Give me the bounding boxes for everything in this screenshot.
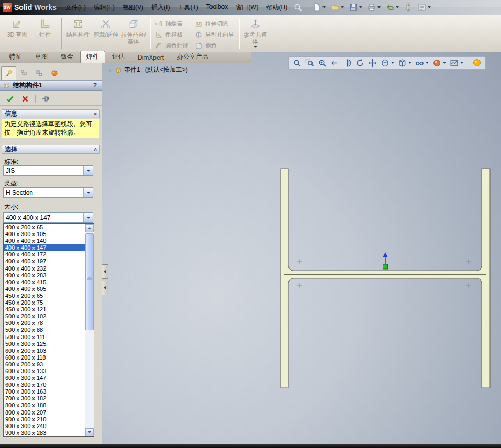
fillet-bead-button[interactable]: 圆角焊缝: [153, 42, 190, 50]
size-option[interactable]: 600 x 300 x 147: [4, 375, 85, 382]
size-option[interactable]: 450 x 200 x 65: [4, 293, 85, 299]
chamfer-button[interactable]: 倒角: [193, 42, 236, 50]
chevron-down-icon[interactable]: [426, 62, 429, 64]
tab-features[interactable]: 特征: [3, 51, 28, 63]
sketch3d-button[interactable]: 3D 草图: [4, 16, 30, 51]
size-option[interactable]: 600 x 200 x 103: [4, 348, 85, 354]
display-style-button[interactable]: [397, 58, 413, 68]
chevron-down-icon[interactable]: [377, 6, 381, 8]
menu-tools[interactable]: 工具(T): [174, 2, 202, 14]
chevron-down-icon[interactable]: [254, 46, 257, 48]
propertymanager-tab[interactable]: [1, 66, 16, 80]
tab-sheet-metal[interactable]: 钣金: [54, 51, 80, 63]
tree-expand-button[interactable]: +: [108, 66, 113, 74]
collapse-chevron-icon[interactable]: «: [92, 148, 98, 151]
size-option[interactable]: 800 x 300 x 207: [4, 409, 85, 416]
h-beam-profile-face[interactable]: [281, 169, 490, 388]
open-document-button[interactable]: [329, 2, 346, 13]
hide-show-items-button[interactable]: [414, 58, 430, 68]
print-button[interactable]: [366, 2, 382, 13]
help-button[interactable]: ?: [91, 82, 99, 89]
options-button[interactable]: [416, 2, 432, 13]
collapse-panel-button[interactable]: [102, 264, 108, 279]
part-name[interactable]: 零件1: [124, 65, 140, 74]
menu-help[interactable]: 帮助(H): [262, 2, 291, 14]
size-option[interactable]: 600 x 300 x 170: [4, 382, 85, 388]
chevron-down-icon[interactable]: [359, 6, 362, 8]
size-option[interactable]: 600 x 300 x 133: [4, 368, 85, 375]
sketch-h-beam-profile[interactable]: [102, 52, 501, 444]
cancel-button[interactable]: [20, 94, 30, 104]
featuremanager-tab[interactable]: [16, 66, 31, 80]
chevron-down-icon[interactable]: [428, 6, 431, 8]
menu-edit[interactable]: 编辑(E): [90, 2, 118, 14]
hole-wizard-button[interactable]: 异型孔向导: [193, 31, 236, 39]
collapse-panel-button[interactable]: [102, 281, 108, 295]
view-settings-button[interactable]: [471, 58, 483, 68]
tab-evaluate[interactable]: 评估: [106, 51, 131, 63]
chevron-down-icon[interactable]: [408, 62, 411, 64]
size-option[interactable]: 450 x 300 x 121: [4, 306, 85, 313]
weldment-button[interactable]: 焊件: [32, 16, 58, 51]
chevron-down-icon[interactable]: [341, 6, 344, 8]
size-option[interactable]: 450 x 200 x 75: [4, 299, 85, 306]
tab-sketch[interactable]: 草图: [29, 51, 54, 63]
dropdown-arrow-button[interactable]: [83, 188, 93, 197]
extrude-boss-button[interactable]: 拉伸凸台/基体: [120, 16, 147, 51]
chevron-down-icon[interactable]: [391, 62, 394, 64]
gusset-button[interactable]: 角撑板: [153, 31, 190, 39]
structural-member-button[interactable]: 结构构件: [65, 16, 91, 51]
collapse-chevron-icon[interactable]: «: [92, 112, 98, 115]
rotate-view-button[interactable]: [354, 58, 365, 68]
configurationmanager-tab[interactable]: [31, 66, 47, 80]
size-option[interactable]: 500 x 200 x 78: [4, 320, 85, 327]
reference-geometry-button[interactable]: 参考几何体: [242, 16, 269, 51]
dropdown-arrow-button[interactable]: [83, 213, 93, 222]
size-option[interactable]: 400 x 400 x 283: [4, 272, 85, 279]
size-option[interactable]: 500 x 300 x 125: [4, 341, 85, 348]
size-option[interactable]: 400 x 400 x 147: [4, 244, 85, 251]
size-option[interactable]: 700 x 300 x 163: [4, 388, 85, 395]
message-group-header[interactable]: 信息 «: [2, 109, 100, 118]
appearances-button[interactable]: [431, 58, 447, 68]
size-option[interactable]: 500 x 200 x 102: [4, 313, 85, 320]
size-select[interactable]: 400 x 400 x 147: [3, 212, 93, 223]
size-option[interactable]: 500 x 300 x 111: [4, 334, 85, 341]
menu-view[interactable]: 视图(V): [119, 2, 147, 14]
size-option[interactable]: 400 x 400 x 197: [4, 258, 85, 265]
scroll-down-button[interactable]: [85, 428, 94, 436]
size-option[interactable]: 500 x 200 x 88: [4, 327, 85, 333]
size-option[interactable]: 800 x 300 x 188: [4, 402, 85, 409]
dropdown-arrow-button[interactable]: [83, 166, 93, 175]
selected-sketch-point[interactable]: [383, 264, 388, 269]
size-option[interactable]: 600 x 200 x 118: [4, 354, 85, 361]
size-option[interactable]: 900 x 300 x 210: [4, 416, 85, 423]
selections-group-header[interactable]: 选择 «: [2, 145, 100, 154]
zoom-in-out-button[interactable]: [317, 58, 328, 68]
chevron-down-icon[interactable]: [460, 62, 463, 64]
tab-weldments[interactable]: 焊件: [80, 51, 105, 63]
size-option[interactable]: 900 x 300 x 283: [4, 430, 85, 436]
tab-dimxpert[interactable]: DimXpert: [131, 52, 170, 63]
size-option[interactable]: 600 x 200 x 93: [4, 361, 85, 368]
search-icon[interactable]: [293, 3, 303, 12]
size-option[interactable]: 400 x 400 x 605: [4, 286, 85, 293]
size-option[interactable]: 400 x 400 x 415: [4, 279, 85, 286]
size-option[interactable]: 400 x 300 x 105: [4, 231, 85, 238]
previous-view-button[interactable]: [329, 58, 340, 68]
extruded-cut-button[interactable]: 拉伸切除: [193, 20, 236, 28]
undo-button[interactable]: [384, 2, 400, 13]
rebuild-button[interactable]: [403, 2, 414, 13]
menu-window[interactable]: 窗口(W): [232, 2, 262, 14]
type-select[interactable]: H Section: [3, 187, 93, 198]
size-option[interactable]: 400 x 400 x 140: [4, 238, 85, 244]
chevron-down-icon[interactable]: [322, 6, 326, 8]
section-view-button[interactable]: [342, 58, 353, 68]
size-option[interactable]: 400 x 200 x 65: [4, 224, 85, 231]
size-option[interactable]: 400 x 400 x 172: [4, 251, 85, 258]
scroll-thumb[interactable]: [85, 233, 94, 330]
keep-visible-pin-button[interactable]: [40, 94, 51, 104]
menu-toolbox[interactable]: Toolbox: [203, 2, 231, 14]
new-document-button[interactable]: [311, 2, 327, 13]
graphics-viewport[interactable]: + 零件1 (默认<按加工>): [102, 52, 501, 444]
